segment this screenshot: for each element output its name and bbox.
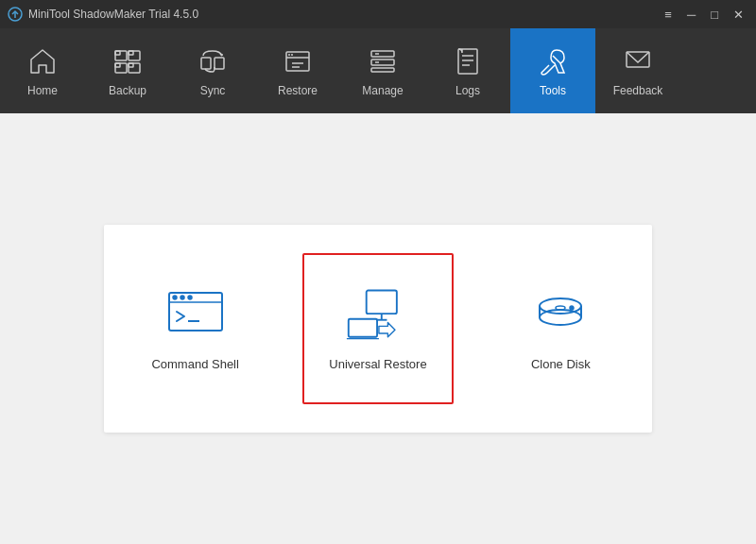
svg-point-14 [288,54,290,56]
universal-restore-icon [345,287,411,344]
tool-universal-restore[interactable]: Universal Restore [302,253,454,404]
svg-rect-4 [129,51,133,55]
manage-icon [366,44,400,78]
title-bar-left: MiniTool ShadowMaker Trial 4.5.0 [8,7,198,22]
window-controls: ≡ ─ □ ✕ [660,7,748,23]
nav-label-tools: Tools [540,84,566,97]
nav-bar: Home Backup [0,28,756,113]
svg-rect-18 [371,60,394,65]
svg-rect-19 [371,68,394,72]
nav-item-manage[interactable]: Manage [340,28,425,113]
maximize-button[interactable]: □ [706,7,723,23]
nav-item-tools[interactable]: Tools [510,28,595,113]
nav-label-sync: Sync [200,84,226,97]
svg-rect-6 [115,63,120,67]
nav-label-feedback: Feedback [613,84,663,97]
tool-label-universal-restore: Universal Restore [329,357,426,371]
svg-rect-1 [115,51,127,60]
home-icon [26,44,60,78]
app-logo-icon [8,7,23,22]
svg-rect-5 [115,63,127,73]
tool-command-shell[interactable]: Command Shell [120,253,271,404]
svg-point-44 [556,306,565,310]
svg-point-32 [188,296,192,299]
tools-panel: Command Shell Universal Restore [104,225,652,433]
svg-rect-10 [215,58,224,69]
tool-label-clone-disk: Clone Disk [531,357,591,371]
svg-rect-34 [367,290,397,314]
app-title: MiniTool ShadowMaker Trial 4.5.0 [28,8,198,21]
nav-item-home[interactable]: Home [0,28,85,113]
minimize-button[interactable]: ─ [682,7,700,23]
title-bar: MiniTool ShadowMaker Trial 4.5.0 ≡ ─ □ ✕ [0,0,756,28]
svg-point-31 [180,296,184,299]
svg-rect-22 [458,49,477,74]
svg-rect-37 [349,318,377,336]
backup-icon [111,44,145,78]
svg-rect-7 [129,63,140,73]
nav-label-logs: Logs [455,84,480,97]
tool-clone-disk[interactable]: Clone Disk [485,253,636,404]
nav-item-logs[interactable]: Logs [425,28,510,113]
svg-rect-9 [201,58,211,69]
nav-item-backup[interactable]: Backup [85,28,170,113]
svg-rect-8 [129,63,133,67]
nav-item-restore[interactable]: Restore [255,28,340,113]
tool-label-command-shell: Command Shell [151,357,239,371]
nav-label-manage: Manage [362,84,403,97]
nav-item-sync[interactable]: Sync [170,28,255,113]
svg-rect-2 [115,51,120,55]
svg-point-43 [540,310,581,325]
restore-icon [281,44,315,78]
nav-item-feedback[interactable]: Feedback [595,28,680,113]
svg-point-30 [173,296,177,299]
clone-disk-icon [527,287,593,344]
nav-label-restore: Restore [278,84,318,97]
tools-icon [536,44,570,78]
feedback-icon [621,44,655,78]
close-button[interactable]: ✕ [729,7,748,23]
svg-rect-3 [129,51,140,60]
sync-icon [196,44,230,78]
nav-label-backup: Backup [109,84,146,97]
nav-label-home: Home [27,84,58,97]
logs-icon [451,44,485,78]
svg-point-45 [570,306,574,310]
menu-button[interactable]: ≡ [660,7,677,23]
main-content: Command Shell Universal Restore [0,113,756,544]
command-shell-icon [163,287,229,344]
svg-rect-17 [371,51,394,57]
